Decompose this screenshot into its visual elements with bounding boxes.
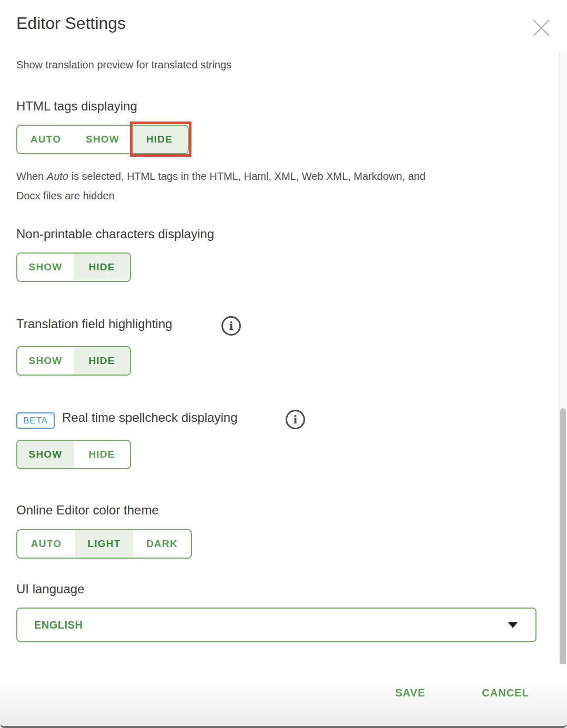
setting-label-field-highlighting: Translation field highlighting	[16, 317, 173, 331]
color-theme-option-dark[interactable]: DARK	[133, 530, 191, 558]
non-printable-option-show[interactable]: SHOW	[17, 254, 74, 281]
color-theme-option-auto[interactable]: AUTO	[17, 530, 75, 558]
spellcheck-option-show[interactable]: SHOW	[17, 441, 74, 468]
color-theme-toggle-group: AUTO LIGHT DARK	[16, 529, 192, 559]
field-highlighting-option-hide[interactable]: HIDE	[74, 347, 130, 375]
non-printable-option-hide[interactable]: HIDE	[74, 254, 130, 281]
ui-language-select[interactable]: ENGLISH	[16, 608, 536, 642]
spellcheck-option-hide[interactable]: HIDE	[74, 441, 130, 468]
description-italic-auto: Auto	[47, 170, 68, 182]
close-button[interactable]	[530, 17, 552, 39]
setting-label-spellcheck: Real time spellcheck displaying	[62, 410, 238, 425]
html-tags-option-auto[interactable]: AUTO	[17, 126, 74, 153]
info-icon[interactable]: i	[286, 410, 305, 429]
description-text: is selected, HTML tags in the HTML, Haml…	[68, 170, 426, 182]
html-tags-toggle-group: AUTO SHOW HIDE	[16, 125, 189, 154]
html-tags-option-show[interactable]: SHOW	[74, 126, 131, 153]
color-theme-option-light[interactable]: LIGHT	[75, 530, 133, 558]
info-glyph: i	[293, 413, 298, 426]
info-glyph: i	[229, 319, 234, 332]
red-annotation-box	[130, 122, 191, 157]
html-tags-description: When Auto is selected, HTML tags in the …	[16, 167, 548, 206]
description-text: Docx files are hidden	[16, 190, 115, 201]
editor-settings-dialog: { "colors": { "accent_green": "#54a04d",…	[0, 0, 567, 728]
chevron-down-icon	[508, 622, 518, 628]
field-highlighting-option-show[interactable]: SHOW	[17, 347, 74, 375]
spellcheck-toggle-group: SHOW HIDE	[16, 440, 131, 469]
save-button[interactable]: SAVE	[380, 684, 441, 702]
setting-label-ui-language: UI language	[16, 582, 84, 596]
cancel-button[interactable]: CANCEL	[468, 684, 543, 702]
setting-label-translation-preview: Show translation preview for translated …	[16, 59, 231, 71]
scrollbar-track[interactable]	[559, 53, 567, 663]
setting-label-html-tags: HTML tags displaying	[16, 99, 137, 114]
dialog-footer: SAVE CANCEL	[0, 664, 567, 728]
non-printable-toggle-group: SHOW HIDE	[16, 252, 131, 282]
info-icon[interactable]: i	[221, 316, 241, 336]
dialog-title: Editor Settings	[16, 14, 126, 33]
close-icon	[531, 18, 551, 38]
html-tags-option-hide[interactable]: HIDE	[131, 126, 188, 153]
ui-language-value: ENGLISH	[34, 619, 83, 631]
field-highlighting-toggle-group: SHOW HIDE	[16, 346, 131, 376]
description-text: When	[16, 170, 47, 182]
setting-label-color-theme: Online Editor color theme	[16, 503, 159, 518]
beta-badge: BETA	[16, 412, 55, 429]
setting-label-non-printable: Non-printable characters displaying	[16, 227, 214, 241]
